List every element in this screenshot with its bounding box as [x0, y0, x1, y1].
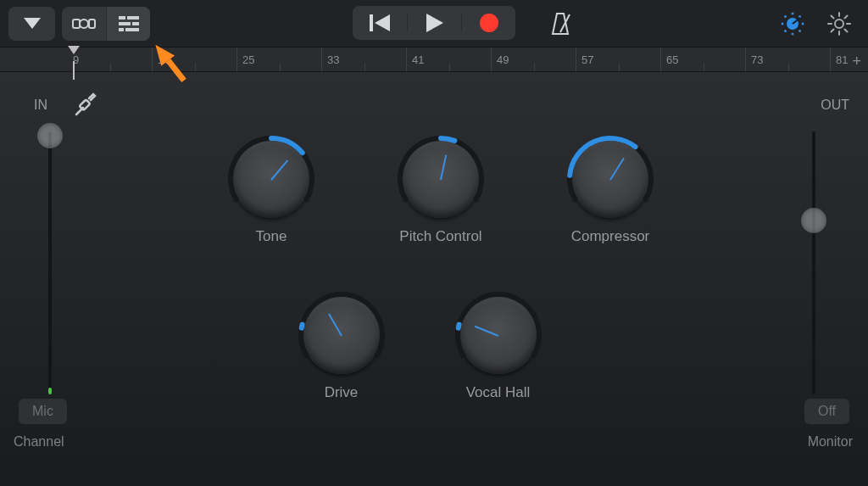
ruler-marks: 9172533414957657381	[0, 47, 868, 71]
toolbar-far-right	[780, 11, 860, 36]
svg-rect-33	[80, 99, 91, 110]
svg-rect-10	[370, 14, 373, 31]
knob-vocal-hall: Vocal Hall	[453, 296, 542, 401]
ruler-mark: 65	[661, 47, 746, 71]
svg-line-31	[845, 15, 848, 18]
svg-line-30	[845, 29, 848, 31]
ruler-number: 33	[327, 53, 339, 66]
svg-rect-7	[132, 22, 139, 25]
ruler-number: 49	[497, 53, 509, 66]
knob-label: Vocal Hall	[466, 384, 531, 401]
knob-tone: Tone	[220, 140, 322, 245]
svg-marker-12	[426, 14, 443, 32]
output-fader-thumb[interactable]	[801, 208, 826, 233]
ruler-mark: 49	[492, 47, 576, 71]
knob-label: Tone	[256, 228, 287, 245]
ruler-number: 73	[751, 53, 763, 66]
record-button[interactable]	[461, 14, 515, 32]
play-button[interactable]	[407, 14, 461, 32]
svg-point-15	[792, 12, 794, 14]
main-panel: IN Mic Channel TonePitch ControlCompress…	[0, 72, 868, 486]
ruler-mark: 33	[322, 47, 407, 71]
svg-point-2	[80, 20, 88, 28]
metronome-icon[interactable]	[549, 12, 571, 36]
svg-rect-5	[127, 16, 139, 20]
svg-marker-11	[375, 14, 390, 31]
svg-point-17	[782, 22, 784, 25]
knob-needle	[440, 154, 447, 180]
knob-needle	[609, 158, 625, 181]
ruler-mark: 81	[831, 47, 868, 71]
knob-needle	[328, 314, 342, 337]
monitor-toggle-chip[interactable]: Off	[804, 399, 849, 424]
ruler-mark: 73	[746, 47, 831, 71]
input-channel-strip: IN Mic Channel	[8, 85, 110, 450]
output-monitor-strip: OUT Off Monitor	[758, 85, 860, 450]
ruler-mark: 17	[153, 47, 237, 71]
knob-needle	[270, 159, 288, 180]
svg-rect-1	[73, 20, 80, 28]
svg-rect-4	[119, 16, 125, 20]
settings-gear-icon[interactable]	[827, 12, 851, 36]
ruler-number: 17	[158, 53, 170, 66]
knob-dial[interactable]	[303, 296, 381, 374]
skip-back-button[interactable]	[353, 14, 407, 31]
input-fader-track	[48, 131, 52, 394]
record-icon	[480, 14, 498, 32]
ruler-mark: 25	[237, 47, 322, 71]
ruler-number: 57	[581, 53, 593, 66]
svg-rect-6	[119, 22, 131, 25]
output-label: OUT	[821, 98, 849, 113]
knob-pitch-control: Pitch Control	[390, 140, 492, 245]
toolbar-right	[549, 12, 580, 36]
jack-plug-icon[interactable]	[72, 92, 99, 122]
track-view-button[interactable]	[62, 7, 106, 41]
add-section-button[interactable]: +	[852, 53, 861, 70]
knob-label: Pitch Control	[399, 228, 481, 245]
output-fader-track	[812, 131, 815, 394]
app-root: 9172533414957657381 + IN Mic Channel	[0, 0, 868, 486]
ruler-number: 81	[836, 53, 848, 66]
fx-view-button[interactable]	[106, 7, 150, 41]
playhead-marker[interactable]	[68, 46, 80, 54]
ruler-number: 41	[412, 53, 424, 66]
view-switcher	[62, 7, 150, 41]
knob-area: TonePitch ControlCompressor DriveVocal H…	[220, 140, 678, 452]
svg-rect-8	[119, 28, 124, 31]
svg-rect-9	[125, 28, 139, 31]
sound-browser-dropdown[interactable]	[8, 7, 55, 41]
knob-row-top: TonePitch ControlCompressor	[220, 140, 678, 245]
ruler-mark: 41	[407, 47, 492, 71]
timeline-ruler[interactable]: 9172533414957657381 +	[0, 47, 868, 72]
input-fader-thumb[interactable]	[37, 123, 63, 148]
ruler-number: 25	[242, 53, 254, 66]
info-dot-icon[interactable]	[780, 11, 805, 36]
knob-drive: Drive	[297, 296, 386, 401]
svg-marker-0	[24, 18, 41, 29]
knob-dial[interactable]	[402, 140, 480, 218]
knob-dial[interactable]	[571, 140, 649, 218]
knob-needle	[474, 326, 498, 337]
ruler-mark: 9	[68, 47, 153, 71]
output-caption: Monitor	[808, 434, 853, 450]
input-caption: Channel	[14, 434, 64, 450]
knob-dial[interactable]	[459, 296, 537, 374]
transport-controls	[353, 6, 515, 40]
svg-point-19	[784, 15, 787, 18]
svg-rect-3	[89, 20, 95, 28]
knob-label: Drive	[325, 384, 359, 401]
svg-point-21	[784, 30, 787, 32]
input-fader-level	[48, 388, 52, 394]
knob-label: Compressor	[571, 228, 650, 245]
knob-row-bottom: DriveVocal Hall	[220, 296, 542, 401]
knob-dial[interactable]	[232, 140, 310, 218]
svg-line-29	[832, 15, 834, 18]
svg-point-22	[798, 30, 801, 32]
svg-point-16	[792, 32, 794, 35]
svg-point-18	[802, 22, 804, 25]
input-label: IN	[34, 98, 47, 113]
ruler-mark: 57	[576, 47, 661, 71]
top-toolbar	[0, 0, 868, 47]
input-source-chip[interactable]: Mic	[19, 399, 67, 424]
knob-compressor: Compressor	[559, 140, 661, 245]
